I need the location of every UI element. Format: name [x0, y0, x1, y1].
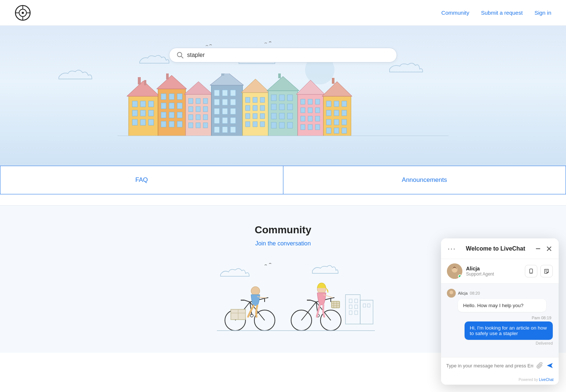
user-message-name: Pam	[532, 316, 540, 320]
nav-community[interactable]: Community	[441, 10, 469, 16]
search-input[interactable]	[187, 52, 389, 58]
livechat-header-actions	[534, 245, 553, 252]
livechat-brand[interactable]: LiveChat	[539, 378, 554, 382]
svg-rect-55	[230, 99, 236, 105]
agent-action-note[interactable]	[540, 265, 553, 277]
svg-rect-97	[301, 108, 305, 113]
svg-rect-16	[148, 110, 154, 116]
svg-rect-88	[287, 113, 293, 119]
svg-rect-103	[301, 125, 305, 130]
svg-rect-26	[161, 103, 166, 109]
svg-rect-57	[222, 108, 228, 114]
livechat-footer: Powered by LiveChat	[441, 374, 559, 385]
svg-rect-47	[196, 123, 200, 128]
svg-rect-100	[301, 116, 305, 121]
header-nav: Community Submit a request Sign in	[441, 10, 551, 16]
tabs-section: FAQ Announcements	[0, 165, 566, 194]
svg-rect-30	[169, 112, 174, 118]
agent-actions	[525, 265, 553, 277]
svg-rect-37	[189, 98, 193, 104]
svg-rect-90	[279, 122, 284, 128]
svg-rect-40	[189, 107, 193, 112]
svg-line-127	[244, 300, 250, 302]
svg-rect-154	[349, 299, 352, 303]
logo[interactable]	[15, 5, 31, 21]
svg-rect-15	[140, 110, 146, 116]
svg-rect-41	[196, 107, 200, 112]
svg-rect-153	[345, 295, 360, 324]
svg-rect-76	[246, 122, 250, 127]
svg-rect-114	[334, 119, 339, 125]
svg-rect-53	[214, 99, 219, 105]
svg-line-142	[311, 300, 316, 302]
livechat-agent-bar: Alicja Support Agent	[441, 259, 559, 284]
svg-rect-156	[349, 305, 352, 309]
svg-rect-25	[177, 94, 182, 100]
svg-rect-94	[301, 99, 305, 104]
svg-rect-107	[326, 101, 331, 107]
svg-line-9	[181, 56, 183, 58]
livechat-input-actions	[537, 362, 554, 369]
livechat-more-button[interactable]: ···	[447, 244, 457, 253]
svg-rect-68	[253, 97, 257, 103]
minimize-icon	[535, 246, 541, 252]
nav-sign-in[interactable]: Sign in	[534, 10, 551, 16]
livechat-close-button[interactable]	[545, 245, 553, 252]
svg-rect-11	[132, 101, 137, 107]
svg-rect-112	[342, 110, 347, 116]
user-message-time: 08:19	[541, 316, 551, 320]
user-message-group: Pam 08:19 Hi, I'm looking for an article…	[447, 316, 553, 345]
send-button[interactable]	[546, 362, 554, 369]
svg-rect-19	[148, 119, 154, 125]
livechat-message-input[interactable]	[446, 363, 534, 368]
svg-rect-71	[253, 105, 257, 111]
agent-message-meta: Alicja 08:20	[447, 289, 553, 298]
svg-line-144	[331, 298, 334, 298]
svg-rect-54	[222, 99, 228, 105]
svg-rect-110	[326, 110, 331, 116]
svg-rect-67	[246, 97, 250, 103]
svg-rect-85	[287, 104, 293, 110]
svg-rect-43	[189, 115, 193, 120]
svg-rect-46	[189, 123, 193, 128]
svg-rect-116	[326, 128, 331, 133]
nav-submit-request[interactable]: Submit a request	[481, 10, 523, 16]
svg-point-171	[449, 291, 453, 294]
attachment-button[interactable]	[537, 362, 543, 369]
svg-rect-99	[315, 108, 320, 113]
svg-rect-119	[332, 78, 334, 84]
tab-announcements[interactable]: Announcements	[283, 166, 566, 194]
livechat-input-area	[441, 357, 559, 374]
livechat-minimize-button[interactable]	[534, 245, 542, 252]
user-message-bubble: Hi, I'm looking for an article on how to…	[465, 321, 553, 340]
svg-rect-17	[132, 119, 137, 125]
agent-action-phone[interactable]	[525, 265, 537, 277]
svg-rect-117	[334, 128, 339, 133]
svg-rect-92	[278, 73, 281, 78]
svg-rect-80	[271, 95, 276, 101]
livechat-footer-text: Powered by LiveChat	[519, 378, 554, 382]
close-icon	[546, 246, 552, 252]
agent-avatar	[447, 263, 462, 279]
community-title: Community	[15, 224, 551, 236]
svg-line-138	[301, 302, 316, 320]
agent-name: Alicja	[466, 266, 494, 271]
svg-rect-161	[363, 304, 366, 307]
svg-rect-24	[169, 94, 174, 100]
svg-rect-113	[326, 119, 331, 125]
svg-rect-34	[177, 121, 182, 127]
note-icon	[544, 268, 549, 274]
svg-rect-39	[203, 98, 208, 104]
svg-rect-32	[161, 121, 166, 127]
svg-rect-18	[140, 119, 146, 125]
svg-rect-83	[271, 104, 276, 110]
svg-rect-157	[355, 305, 358, 309]
svg-rect-162	[368, 304, 370, 307]
svg-rect-78	[260, 122, 265, 127]
svg-rect-75	[260, 114, 265, 119]
svg-rect-56	[214, 108, 219, 114]
agent-message-name: Alicja	[458, 291, 468, 295]
tab-faq[interactable]: FAQ	[0, 166, 283, 194]
svg-rect-28	[177, 103, 182, 109]
svg-rect-84	[279, 104, 284, 110]
